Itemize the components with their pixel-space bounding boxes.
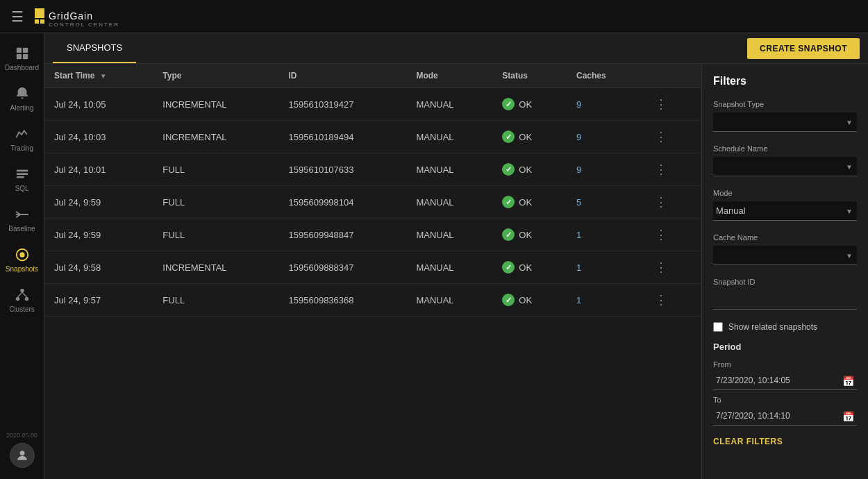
caches-link[interactable]: 1	[576, 295, 581, 305]
from-label: From	[713, 360, 857, 369]
create-snapshot-button[interactable]: CREATE SNAPSHOT	[747, 38, 860, 59]
tab-bar: SNAPSHOTS CREATE SNAPSHOT	[44, 33, 868, 64]
svg-point-16	[24, 297, 28, 301]
svg-rect-6	[22, 48, 27, 53]
table-row: Jul 24, 9:58 INCREMENTAL 1595609888347 M…	[44, 251, 701, 284]
status-ok-icon	[502, 228, 515, 241]
status-text: OK	[519, 197, 532, 208]
svg-text:GridGain: GridGain	[49, 10, 93, 22]
cell-start-time: Jul 24, 9:57	[44, 284, 153, 317]
sidebar-item-snapshots[interactable]: Snapshots	[0, 240, 44, 280]
from-input[interactable]	[713, 371, 857, 390]
snapshots-icon	[15, 247, 30, 262]
svg-rect-8	[22, 54, 27, 59]
sidebar-avatar[interactable]	[10, 443, 35, 468]
to-input[interactable]	[713, 407, 857, 426]
sidebar-item-sql[interactable]: SQL	[0, 160, 44, 200]
status-text: OK	[519, 99, 532, 110]
row-menu-button[interactable]: ⋮	[651, 226, 671, 244]
status-ok-icon	[502, 163, 515, 176]
col-status: Status	[492, 64, 567, 88]
sidebar: Dashboard Alerting Tracing SQL	[0, 33, 44, 479]
row-menu-button[interactable]: ⋮	[651, 128, 671, 146]
snapshot-id-input[interactable]	[713, 290, 857, 310]
cell-start-time: Jul 24, 9:59	[44, 186, 153, 219]
caches-link[interactable]: 9	[576, 165, 581, 175]
table-row: Jul 24, 10:01 FULL 1595610107633 MANUAL …	[44, 153, 701, 186]
cell-id: 1595609888347	[279, 251, 407, 284]
hamburger-menu-icon[interactable]: ☰	[11, 8, 24, 25]
cell-mode: MANUAL	[406, 284, 492, 317]
table-row: Jul 24, 10:03 INCREMENTAL 1595610189494 …	[44, 121, 701, 153]
cell-type: FULL	[153, 284, 278, 317]
cell-caches: 9	[567, 121, 641, 153]
sidebar-item-alerting[interactable]: Alerting	[0, 79, 44, 119]
cell-actions: ⋮	[641, 88, 701, 121]
clear-filters-button[interactable]: CLEAR FILTERS	[713, 437, 783, 446]
sidebar-item-clusters[interactable]: Clusters	[0, 280, 44, 321]
status-ok-icon	[502, 294, 515, 306]
svg-point-19	[19, 451, 24, 455]
cell-caches: 1	[567, 219, 641, 251]
cell-type: FULL	[153, 219, 278, 251]
clusters-icon	[15, 287, 30, 303]
row-menu-button[interactable]: ⋮	[651, 291, 671, 309]
cell-status: OK	[492, 186, 567, 219]
sidebar-item-dashboard[interactable]: Dashboard	[0, 39, 44, 79]
sidebar-item-clusters-label: Clusters	[9, 305, 35, 314]
caches-link[interactable]: 9	[576, 99, 581, 110]
sidebar-item-baseline[interactable]: Baseline	[0, 200, 44, 240]
svg-rect-2	[40, 19, 44, 24]
status-text: OK	[519, 295, 532, 305]
cell-caches: 1	[567, 251, 641, 284]
mode-select-wrapper: Manual Automatic	[713, 201, 857, 221]
caches-link[interactable]: 1	[576, 230, 581, 240]
cell-type: INCREMENTAL	[153, 121, 278, 153]
sidebar-item-alerting-label: Alerting	[10, 104, 34, 112]
filter-group-cache-name: Cache Name	[713, 233, 857, 265]
row-menu-button[interactable]: ⋮	[651, 258, 671, 276]
caches-link[interactable]: 1	[576, 262, 581, 273]
row-menu-button[interactable]: ⋮	[651, 160, 671, 178]
sidebar-item-sql-label: SQL	[15, 185, 28, 193]
cell-actions: ⋮	[641, 153, 701, 186]
cache-name-select[interactable]	[713, 246, 857, 265]
show-related-checkbox[interactable]	[713, 322, 723, 332]
cell-start-time: Jul 24, 9:58	[44, 251, 153, 284]
sidebar-item-tracing[interactable]: Tracing	[0, 119, 44, 160]
cell-mode: MANUAL	[406, 88, 492, 121]
show-related-label: Show related snapshots	[728, 322, 817, 332]
period-label: Period	[713, 342, 857, 352]
sort-icon-start-time: ▼	[100, 72, 107, 80]
tracing-icon	[15, 126, 30, 142]
cell-status: OK	[492, 121, 567, 153]
svg-rect-7	[16, 54, 21, 59]
sidebar-item-snapshots-label: Snapshots	[6, 265, 38, 274]
cell-actions: ⋮	[641, 251, 701, 284]
filter-group-schedule-name: Schedule Name	[713, 144, 857, 176]
filters-panel: Filters Snapshot Type FULL INCREMENTAL S…	[701, 64, 868, 479]
snapshot-type-select[interactable]: FULL INCREMENTAL	[713, 112, 857, 132]
caches-link[interactable]: 5	[576, 197, 581, 208]
cell-actions: ⋮	[641, 121, 701, 153]
schedule-name-select[interactable]	[713, 157, 857, 176]
snapshot-type-select-wrapper: FULL INCREMENTAL	[713, 112, 857, 132]
col-start-time[interactable]: Start Time ▼	[44, 64, 153, 88]
row-menu-button[interactable]: ⋮	[651, 95, 671, 113]
filter-group-snapshot-type: Snapshot Type FULL INCREMENTAL	[713, 100, 857, 132]
status-ok-icon	[502, 196, 515, 208]
mode-select[interactable]: Manual Automatic	[713, 201, 857, 221]
cell-mode: MANUAL	[406, 153, 492, 186]
caches-link[interactable]: 9	[576, 132, 581, 142]
cell-status: OK	[492, 219, 567, 251]
tab-snapshots[interactable]: SNAPSHOTS	[53, 33, 136, 63]
schedule-name-label: Schedule Name	[713, 144, 857, 153]
sidebar-version: 2020.05.00	[6, 432, 37, 439]
cell-start-time: Jul 24, 9:59	[44, 219, 153, 251]
status-text: OK	[519, 165, 532, 175]
cell-status: OK	[492, 88, 567, 121]
sidebar-item-dashboard-label: Dashboard	[5, 64, 39, 72]
cell-status: OK	[492, 153, 567, 186]
row-menu-button[interactable]: ⋮	[651, 193, 671, 211]
to-label: To	[713, 396, 857, 404]
